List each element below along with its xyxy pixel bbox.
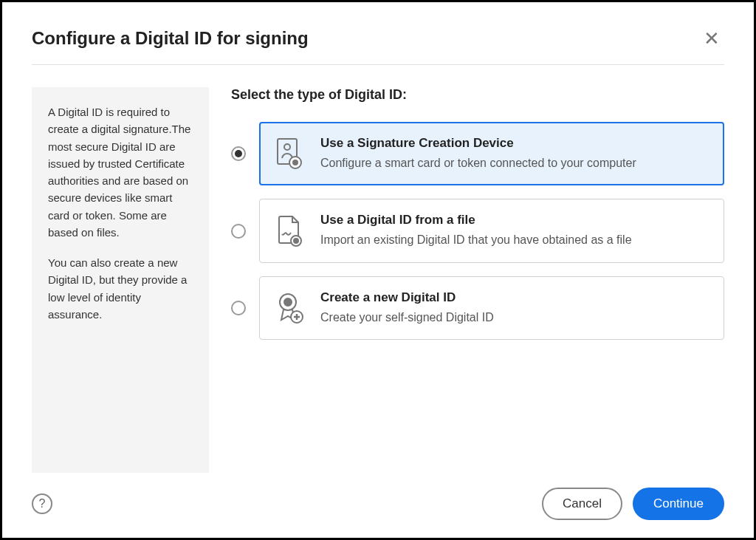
option-title: Create a new Digital ID [320, 290, 709, 305]
option-title: Use a Digital ID from a file [320, 213, 709, 228]
dialog-title: Configure a Digital ID for signing [32, 28, 309, 49]
svg-point-7 [284, 298, 292, 306]
option-title: Use a Signature Creation Device [320, 136, 709, 151]
option-card-create-new[interactable]: Create a new Digital ID Create your self… [259, 276, 724, 340]
badge-plus-icon [275, 292, 304, 324]
sidebar-paragraph: A Digital ID is required to create a dig… [48, 103, 193, 241]
option-text: Use a Signature Creation Device Configur… [320, 136, 709, 171]
info-sidebar: A Digital ID is required to create a dig… [32, 87, 209, 473]
option-card-signature-device[interactable]: Use a Signature Creation Device Configur… [259, 122, 724, 185]
svg-point-5 [294, 239, 298, 243]
option-from-file[interactable]: Use a Digital ID from a file Import an e… [231, 199, 724, 262]
digital-id-dialog: Configure a Digital ID for signing ✕ A D… [2, 2, 754, 538]
sidebar-paragraph: You can also create a new Digital ID, bu… [48, 254, 193, 323]
continue-button[interactable]: Continue [633, 488, 724, 520]
id-badge-icon [275, 137, 304, 170]
help-icon: ? [39, 497, 46, 510]
option-text: Use a Digital ID from a file Import an e… [320, 213, 709, 248]
svg-point-1 [284, 144, 290, 150]
svg-point-3 [293, 160, 298, 165]
footer-buttons: Cancel Continue [542, 488, 724, 520]
option-create-new[interactable]: Create a new Digital ID Create your self… [231, 276, 724, 340]
option-signature-device[interactable]: Use a Signature Creation Device Configur… [231, 122, 724, 185]
option-desc: Import an existing Digital ID that you h… [320, 232, 709, 248]
option-card-from-file[interactable]: Use a Digital ID from a file Import an e… [259, 199, 724, 262]
cancel-button[interactable]: Cancel [542, 488, 622, 520]
radio-from-file[interactable] [231, 224, 246, 239]
help-button[interactable]: ? [32, 493, 52, 514]
dialog-body: A Digital ID is required to create a dig… [32, 65, 724, 473]
option-desc: Create your self-signed Digital ID [320, 310, 709, 326]
dialog-footer: ? Cancel Continue [32, 473, 724, 520]
close-icon: ✕ [704, 27, 720, 49]
radio-signature-device[interactable] [231, 146, 246, 161]
section-label: Select the type of Digital ID: [231, 87, 724, 103]
option-desc: Configure a smart card or token connecte… [320, 155, 709, 171]
option-text: Create a new Digital ID Create your self… [320, 290, 709, 326]
dialog-header: Configure a Digital ID for signing ✕ [32, 26, 724, 65]
signed-file-icon [275, 215, 304, 247]
main-panel: Select the type of Digital ID: [231, 87, 724, 473]
close-button[interactable]: ✕ [699, 26, 724, 51]
radio-create-new[interactable] [231, 301, 246, 315]
